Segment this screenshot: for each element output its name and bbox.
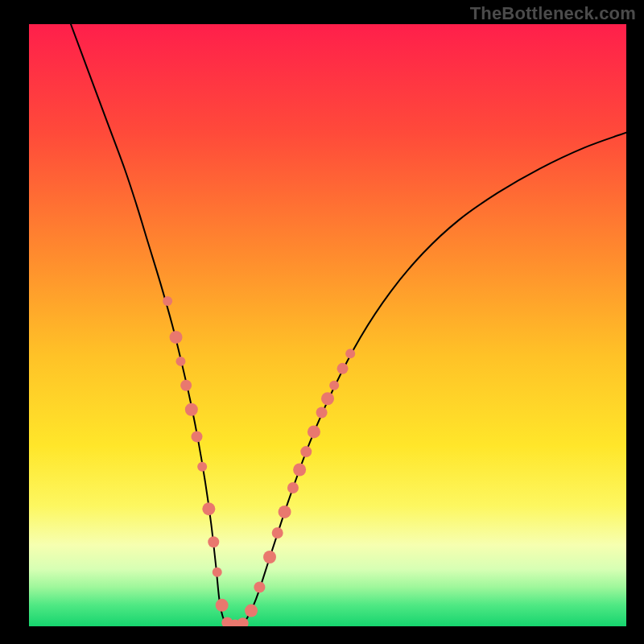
curve-marker [185, 403, 198, 416]
curve-marker [254, 581, 265, 592]
curve-marker [287, 482, 299, 493]
curve-marker [197, 462, 207, 472]
curve-marker [208, 536, 219, 547]
curve-marker [329, 381, 339, 390]
curve-marker [272, 527, 283, 539]
curve-marker [321, 392, 334, 405]
curve-marker [237, 617, 249, 629]
curve-marker [293, 464, 306, 477]
curve-marker [170, 331, 183, 344]
curve-marker [213, 568, 222, 577]
curve-marker [316, 407, 328, 418]
curve-marker [308, 425, 320, 438]
bottleneck-chart [0, 0, 644, 644]
curve-marker [263, 551, 276, 564]
curve-marker [245, 605, 258, 617]
curve-marker [300, 446, 312, 457]
curve-marker [345, 349, 355, 358]
curve-marker [337, 363, 349, 374]
watermark-text: TheBottleneck.com [470, 3, 636, 24]
chart-stage: TheBottleneck.com [0, 0, 644, 644]
curve-marker [180, 380, 192, 391]
curve-marker [192, 431, 203, 442]
curve-marker [279, 506, 291, 518]
curve-marker [202, 502, 215, 515]
curve-marker [163, 296, 172, 306]
plot-background [29, 24, 626, 626]
curve-marker [175, 357, 185, 366]
curve-marker [216, 599, 229, 612]
